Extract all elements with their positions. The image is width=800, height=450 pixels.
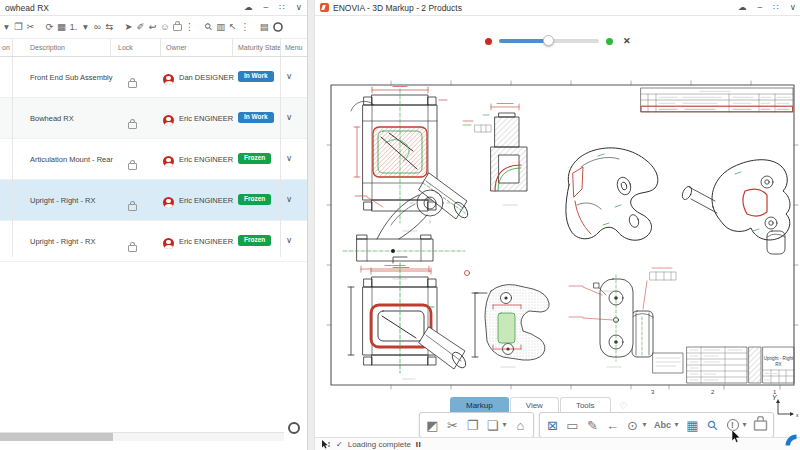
table-view-icon[interactable]: ▤ [260, 22, 269, 32]
circle-tool-icon[interactable]: ⊙ [626, 419, 639, 432]
avatar [163, 112, 174, 130]
select-arrow-icon[interactable]: ↖ [228, 22, 237, 32]
import-icon[interactable]: ↩ [148, 22, 157, 32]
status-text: Loading complete [348, 440, 411, 449]
lock-icon[interactable] [128, 197, 137, 215]
maturity-badge: Frozen [238, 235, 271, 246]
panel-title: owhead RX [5, 3, 49, 13]
maximize-icon[interactable]: ∷ [773, 3, 778, 12]
arrow-tool-icon[interactable]: ← [606, 419, 619, 432]
view-section [475, 104, 527, 206]
tab-view[interactable]: View [510, 397, 559, 413]
relations-icon[interactable]: ∞ [93, 22, 102, 32]
review-search-icon[interactable]: ⚲ [703, 416, 721, 434]
maturity-badge: In Work [238, 112, 274, 123]
export-table-icon[interactable]: ▥ [216, 22, 225, 32]
view-iso-left [566, 148, 658, 291]
cloud-icon[interactable]: ☁ [244, 3, 253, 12]
row-menu-chevron-icon[interactable]: ∨ [286, 235, 292, 245]
compass-icon[interactable] [784, 433, 798, 447]
lock-icon[interactable] [128, 74, 137, 92]
table-row[interactable]: Upright - Right - RX Eric ENGINEER Froze… [0, 221, 307, 262]
scrollbar-thumb[interactable] [0, 433, 113, 441]
lock-icon[interactable] [754, 422, 767, 429]
table-row[interactable]: Front End Sub Assembly Dan DESIGNER In W… [0, 57, 307, 98]
horizontal-scrollbar[interactable] [0, 432, 284, 441]
annotate-icon[interactable]: ✐ [136, 22, 145, 32]
minimize-icon[interactable]: – [264, 3, 269, 12]
slider-track[interactable] [499, 39, 599, 43]
more-vertical-icon[interactable]: ⋮ [240, 22, 250, 32]
svg-text:Y: Y [772, 394, 778, 401]
lock-icon[interactable] [173, 24, 182, 31]
view-front-bottom [348, 257, 470, 379]
minimize-icon[interactable]: – [758, 3, 763, 12]
row-menu-chevron-icon[interactable]: ∨ [286, 112, 292, 122]
window-controls: ☁ – ∷ ∨ [738, 3, 796, 12]
markup-mode-icon[interactable]: ⊠ [546, 419, 559, 432]
tab-markup[interactable]: Markup [450, 397, 509, 413]
select-cursor-icon[interactable] [321, 440, 331, 450]
collapse-icon[interactable]: ∨ [296, 3, 302, 12]
red-state-dot[interactable] [485, 38, 492, 45]
copy-icon[interactable]: ❐ [466, 419, 479, 432]
owner-name: Eric ENGINEER [179, 237, 233, 246]
sync-icon[interactable]: ⟳ [45, 22, 54, 32]
column-divider [232, 39, 233, 56]
part-description: Upright - Right - RX [30, 196, 95, 205]
cloud-icon[interactable]: ☁ [738, 3, 747, 12]
more-vertical-icon[interactable]: ⋮ [185, 22, 195, 32]
lock-icon[interactable] [128, 156, 137, 174]
pause-icon[interactable]: II [416, 440, 421, 449]
copy-icon[interactable]: ❐ [14, 22, 23, 32]
info-icon[interactable] [272, 21, 284, 33]
markup-toolbar: ⊠ ▭ ✎ ← ⊙ ▾ Abc ▾ ▦ ⚲ ! ▾ [539, 412, 774, 438]
lock-icon[interactable] [128, 238, 137, 256]
view-iso-right [680, 160, 790, 254]
note-tool-icon[interactable]: ✎ [586, 419, 599, 432]
column-header-lock[interactable]: Lock [118, 44, 133, 51]
tab-tools[interactable]: Tools [560, 397, 611, 413]
column-header-description[interactable]: Description [30, 44, 65, 51]
caret-down-icon[interactable]: ▾ [502, 421, 507, 429]
share-icon[interactable]: ➤ [124, 22, 133, 32]
column-header-menu[interactable]: Menu [285, 44, 303, 51]
home-icon[interactable]: ⌂ [514, 419, 527, 432]
column-header-owner[interactable]: Owner [166, 44, 187, 51]
lock-icon[interactable] [128, 115, 137, 133]
drawing-canvas[interactable]: 3 2 1 [315, 55, 800, 395]
caret-down-icon[interactable]: ▾ [674, 421, 679, 429]
row-menu-chevron-icon[interactable]: ∨ [286, 153, 292, 163]
table-row-selected[interactable]: Upright - Right - RX Eric ENGINEER Froze… [0, 180, 307, 221]
row-menu-chevron-icon[interactable]: ∨ [286, 71, 292, 81]
cut-icon[interactable]: ✂ [446, 419, 459, 432]
caret-down-icon[interactable]: ▾ [81, 22, 90, 32]
column-header[interactable]: on [2, 44, 10, 51]
table-row[interactable]: Bowhead RX Eric ENGINEER In Work ∨ [0, 98, 307, 139]
owner-name: Eric ENGINEER [179, 196, 233, 205]
caret-down-icon[interactable]: ▾ [742, 421, 747, 429]
markup-list-icon[interactable]: ▦ [686, 419, 699, 432]
select-markup-icon[interactable]: ◩ [426, 419, 439, 432]
row-menu-chevron-icon[interactable]: ∨ [286, 194, 292, 204]
issue-icon[interactable]: ! [726, 419, 739, 431]
paste-icon[interactable]: ❏ [486, 419, 499, 432]
green-state-dot[interactable] [606, 38, 613, 45]
compare-icon[interactable]: ⇆ [105, 22, 114, 32]
rectangle-tool-icon[interactable]: ▭ [566, 419, 579, 432]
add-person-icon[interactable]: ☺ [160, 22, 170, 32]
maximize-icon[interactable]: ∷ [279, 3, 284, 12]
text-tool-icon[interactable]: Abc [654, 421, 671, 430]
close-icon[interactable]: ✕ [623, 36, 631, 46]
caret-down-icon[interactable]: ▾ [2, 22, 11, 32]
column-header-maturity[interactable]: Maturity State [238, 44, 281, 51]
search-icon[interactable]: ⚲ [202, 20, 215, 33]
caret-down-icon[interactable]: ▾ [642, 421, 647, 429]
table-row[interactable]: Articulation Mount - Rear Eric ENGINEER … [0, 139, 307, 180]
slider-handle[interactable] [543, 35, 554, 46]
info-icon[interactable] [288, 420, 300, 438]
cut-icon[interactable]: ✂ [26, 22, 35, 32]
collapse-icon[interactable]: ∨ [790, 3, 796, 12]
numbering-icon[interactable]: 1. [69, 22, 78, 32]
grid-icon[interactable]: ▦ [57, 22, 66, 32]
